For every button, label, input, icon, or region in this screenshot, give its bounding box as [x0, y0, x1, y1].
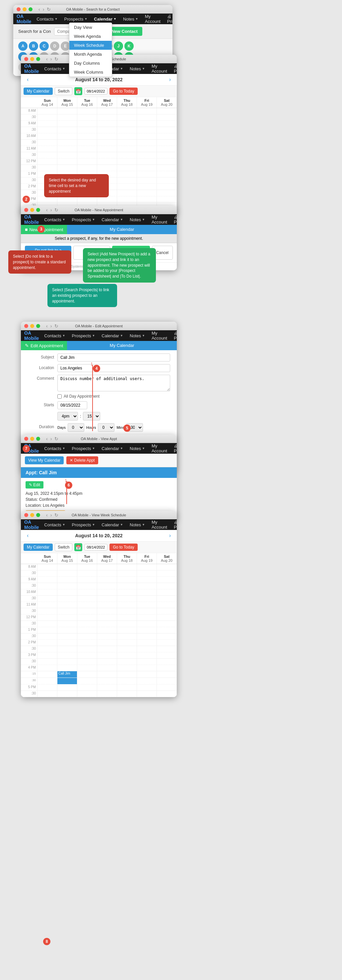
zoom-dot-6[interactable] [36, 513, 40, 517]
c6-wed-1130[interactable] [97, 608, 117, 614]
c6-wed-930[interactable] [97, 583, 117, 589]
c6-sat-1030[interactable] [157, 596, 177, 601]
cell-sat-130[interactable] [157, 177, 177, 183]
my-calendar-btn-6[interactable]: My Calendar [24, 544, 53, 551]
c6-sat-11am[interactable] [157, 602, 177, 608]
menu-day-columns[interactable]: Day Columns [69, 59, 112, 68]
c6-tue-1230[interactable] [77, 621, 97, 627]
c6-tue-130[interactable] [77, 633, 97, 640]
cell-fri-930[interactable] [137, 127, 157, 133]
cell-tue-11am[interactable] [77, 146, 97, 152]
c6-fri-12pm[interactable] [137, 614, 157, 620]
close-dot-3[interactable] [24, 208, 28, 212]
c6-wed-1030[interactable] [97, 596, 117, 601]
c6-wed-5pm[interactable] [97, 684, 117, 690]
menu-week-agenda[interactable]: Week Agenda [69, 32, 112, 41]
cell-wed-9am[interactable] [97, 121, 117, 127]
prev-week-arrow-1[interactable]: ‹ [24, 76, 31, 83]
subject-input[interactable] [57, 353, 170, 361]
c6-tue-830[interactable] [77, 570, 97, 576]
c6-fri-430[interactable] [137, 678, 157, 684]
c6-mon-430-appointment[interactable] [57, 678, 77, 684]
c6-sun-4pm[interactable] [38, 665, 57, 671]
c6-fri-3pm[interactable] [137, 652, 157, 658]
c6-wed-9am[interactable] [97, 577, 117, 583]
c6-tue-1pm[interactable] [77, 627, 97, 633]
c6-mon-8am[interactable] [57, 564, 77, 570]
nav-notes-3[interactable]: Notes ▼ [128, 217, 146, 222]
nav-account-4[interactable]: My Account [150, 331, 169, 340]
c6-sun-530[interactable] [38, 691, 57, 697]
cell-sat-12pm[interactable] [157, 159, 177, 164]
c6-sat-1230[interactable] [157, 621, 177, 627]
c6-sat-830[interactable] [157, 570, 177, 576]
cell-sun-12pm[interactable] [38, 159, 57, 164]
c6-wed-3pm[interactable] [97, 652, 117, 658]
cell-sun-830[interactable] [38, 115, 57, 120]
c6-sat-430[interactable] [157, 678, 177, 684]
c6-fri-10am[interactable] [137, 589, 157, 595]
c6-mon-1130[interactable] [57, 608, 77, 614]
c6-mon-9am[interactable] [57, 577, 77, 583]
c6-sun-930[interactable] [38, 583, 57, 589]
c6-thu-130[interactable] [117, 633, 137, 640]
close-dot-5[interactable] [24, 437, 28, 441]
cell-tue-930[interactable] [77, 127, 97, 133]
c6-mon-415-appointment[interactable]: Call Jim [57, 671, 77, 678]
cell-fri-2pm[interactable] [137, 184, 157, 190]
c6-fri-930[interactable] [137, 583, 157, 589]
alpha-d[interactable]: D [50, 41, 59, 51]
nav-prospects-1[interactable]: Prospects ▼ [63, 17, 89, 22]
cell-thu-1130[interactable] [117, 152, 137, 158]
c6-thu-12pm[interactable] [117, 614, 137, 620]
alpha-b[interactable]: B [29, 41, 38, 51]
cell-fri-1pm[interactable] [137, 171, 157, 177]
duration-days-select[interactable]: 0 [68, 423, 84, 432]
cell-tue-1230[interactable] [77, 165, 97, 171]
cell-fri-1030[interactable] [137, 140, 157, 146]
fwd-btn-5[interactable]: › [50, 436, 53, 441]
c6-tue-12pm[interactable] [77, 614, 97, 620]
cell-fri-1130[interactable] [137, 152, 157, 158]
c6-mon-1pm[interactable] [57, 627, 77, 633]
cell-wed-10am[interactable] [97, 133, 117, 139]
nav-notes-2[interactable]: Notes ▼ [128, 66, 146, 71]
nav-contacts-2[interactable]: Contacts ▼ [43, 66, 66, 71]
switch-btn-6[interactable]: Switch [55, 543, 72, 551]
cell-fri-130[interactable] [137, 177, 157, 183]
nav-account-5[interactable]: My Account [150, 444, 169, 453]
calendar-icon-btn-1[interactable]: 📅 [74, 87, 82, 95]
calendar-icon-btn-6[interactable]: 📅 [74, 543, 82, 551]
cell-thu-1230[interactable] [117, 165, 137, 171]
nav-print-4[interactable]: 🖨 Print [172, 331, 177, 340]
c6-sat-3pm[interactable] [157, 652, 177, 658]
c6-thu-230[interactable] [117, 646, 137, 652]
c6-fri-1230[interactable] [137, 621, 157, 627]
cell-fri-230[interactable] [137, 190, 157, 196]
cell-mon-8am[interactable] [57, 108, 77, 114]
c6-fri-830[interactable] [137, 570, 157, 576]
nav-account-2[interactable]: My Account [150, 64, 169, 74]
nav-account-6[interactable]: My Account [150, 520, 169, 530]
cell-thu-830[interactable] [117, 115, 137, 120]
c6-fri-4pm[interactable] [137, 665, 157, 671]
cell-mon-9am[interactable] [57, 121, 77, 127]
zoom-dot-5[interactable] [36, 437, 40, 441]
cell-thu-230[interactable] [117, 190, 137, 196]
comment-input[interactable]: Discuss number of additional users. [57, 375, 170, 391]
c6-mon-130[interactable] [57, 633, 77, 640]
c6-tue-430[interactable] [77, 678, 97, 684]
cell-sat-8am[interactable] [157, 108, 177, 114]
next-week-arrow-6[interactable]: › [167, 532, 173, 539]
cell-sat-1230[interactable] [157, 165, 177, 171]
cell-mon-1130[interactable] [57, 152, 77, 158]
c6-fri-1pm[interactable] [137, 627, 157, 633]
refresh-btn-2[interactable]: ↻ [54, 56, 59, 62]
c6-sat-10am[interactable] [157, 589, 177, 595]
c6-wed-8am[interactable] [97, 564, 117, 570]
cell-sun-9am[interactable] [38, 121, 57, 127]
my-calendar-btn-1[interactable]: My Calendar [24, 88, 53, 95]
cell-thu-8am[interactable] [117, 108, 137, 114]
cell-sat-3pm[interactable] [157, 196, 177, 202]
duration-hours-select[interactable]: 0 [98, 423, 115, 432]
